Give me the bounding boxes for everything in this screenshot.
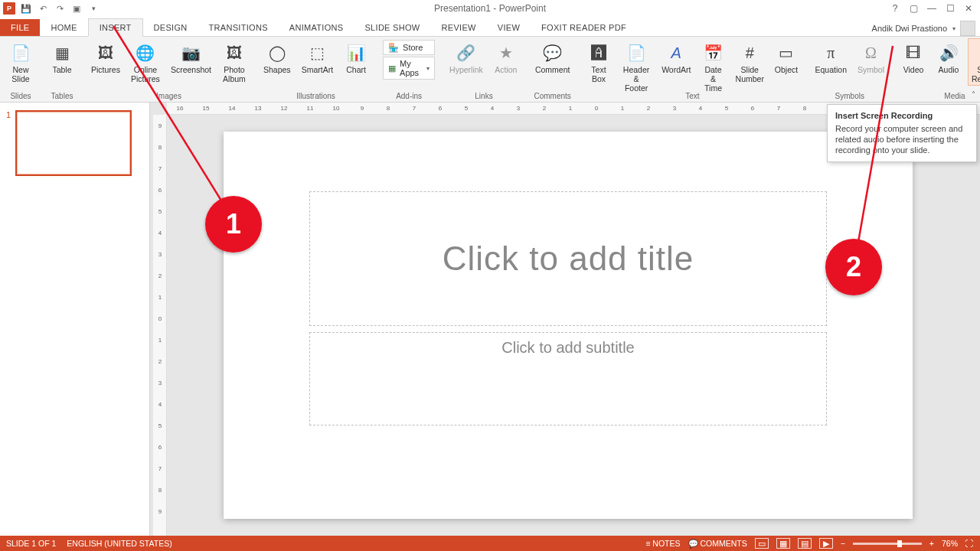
- quick-access-toolbar: P 💾 ↶ ↷ ▣ ▾: [0, 2, 100, 15]
- ribbon-tabs: FILE HOME INSERT DESIGN TRANSITIONS ANIM…: [0, 17, 980, 37]
- wordart-icon: A: [664, 42, 688, 64]
- group-links: 🔗 Hyperlink ★ Action Links: [441, 37, 527, 102]
- zoom-slider[interactable]: [853, 543, 922, 545]
- save-icon[interactable]: 💾: [20, 2, 32, 15]
- collapse-ribbon-icon[interactable]: ˄: [972, 90, 975, 99]
- screenshot-button[interactable]: 📷 Screenshot: [167, 38, 215, 86]
- action-icon: ★: [494, 42, 518, 64]
- photo-album-button[interactable]: 🖼 Photo Album: [218, 38, 250, 86]
- online-pictures-button[interactable]: 🌐 Online Pictures: [127, 38, 164, 86]
- equation-label: Equation: [815, 65, 847, 83]
- group-images-label: Images: [87, 91, 250, 102]
- my-apps-icon: ▦: [388, 63, 396, 73]
- header-footer-button[interactable]: 📄 Header & Footer: [618, 38, 655, 86]
- pictures-button[interactable]: 🖼 Pictures: [87, 38, 124, 86]
- ribbon-options-icon[interactable]: ▢: [908, 3, 919, 14]
- subtitle-placeholder[interactable]: Click to add subtitle: [309, 332, 827, 425]
- tab-file[interactable]: FILE: [0, 19, 40, 36]
- symbol-button[interactable]: Ω Symbol: [854, 38, 888, 86]
- video-button[interactable]: 🎞 Video: [897, 38, 929, 86]
- pictures-label: Pictures: [91, 65, 120, 83]
- hyperlink-label: Hyperlink: [449, 65, 483, 83]
- tab-foxit[interactable]: FOXIT READER PDF: [531, 19, 637, 36]
- slide[interactable]: Click to add title Click to add subtitle: [224, 132, 913, 519]
- close-icon[interactable]: ✕: [963, 3, 974, 14]
- tab-home[interactable]: HOME: [40, 19, 87, 36]
- tab-animations[interactable]: ANIMATIONS: [279, 19, 354, 36]
- sorter-view-icon[interactable]: ▦: [776, 538, 790, 549]
- title-placeholder-text: Click to add title: [443, 240, 694, 278]
- maximize-icon[interactable]: ☐: [945, 3, 956, 14]
- title-placeholder[interactable]: Click to add title: [309, 191, 827, 326]
- new-slide-button[interactable]: 📄 New Slide: [5, 38, 37, 86]
- tab-review[interactable]: REVIEW: [431, 19, 487, 36]
- group-tables: ▦ Table Tables: [41, 37, 83, 102]
- shapes-icon: ◯: [265, 42, 289, 64]
- online-pictures-icon: 🌐: [133, 42, 158, 64]
- tooltip-body: Record your computer screen and related …: [835, 123, 969, 155]
- date-time-button[interactable]: 📅 Date & Time: [697, 38, 729, 86]
- status-language[interactable]: ENGLISH (UNITED STATES): [67, 539, 172, 548]
- audio-button[interactable]: 🔊 Audio: [933, 38, 965, 86]
- help-icon[interactable]: ?: [890, 3, 900, 14]
- status-slide-counter[interactable]: SLIDE 1 OF 1: [6, 539, 56, 548]
- account-name: Andik Dwi Prastiono: [872, 24, 947, 33]
- tab-view[interactable]: VIEW: [487, 19, 531, 36]
- slideshow-view-icon[interactable]: ▶: [819, 538, 833, 549]
- group-media: 🎞 Video 🔊 Audio ⏺ Screen Recording Media: [893, 37, 980, 102]
- tab-slideshow[interactable]: SLIDE SHOW: [354, 19, 430, 36]
- redo-icon[interactable]: ↷: [54, 2, 66, 15]
- slide-number-label: Slide Number: [736, 65, 764, 83]
- chart-label: Chart: [346, 65, 366, 83]
- slide-canvas-area: Click to add title Click to add subtitle: [167, 115, 980, 536]
- tab-insert[interactable]: INSERT: [88, 18, 143, 37]
- slide-number-button[interactable]: # Slide Number: [732, 38, 767, 86]
- object-button[interactable]: ▭ Object: [770, 38, 802, 86]
- smartart-button[interactable]: ⬚ SmartArt: [298, 38, 337, 86]
- wordart-button[interactable]: A WordArt: [658, 38, 694, 86]
- tab-transitions[interactable]: TRANSITIONS: [198, 19, 279, 36]
- screen-recording-button[interactable]: ⏺ Screen Recording: [968, 38, 980, 86]
- chart-button[interactable]: 📊 Chart: [340, 38, 372, 86]
- minimize-icon[interactable]: —: [926, 3, 937, 14]
- chart-icon: 📊: [344, 42, 368, 64]
- comment-icon: 💬: [541, 42, 565, 64]
- start-from-beginning-icon[interactable]: ▣: [70, 2, 83, 15]
- group-slides-label: Slides: [5, 91, 37, 102]
- text-box-button[interactable]: 🅰 Text Box: [583, 38, 614, 86]
- normal-view-icon[interactable]: ▭: [755, 538, 769, 549]
- store-button[interactable]: 🏪 Store: [383, 40, 435, 55]
- thumbnail-row[interactable]: 1: [6, 110, 143, 176]
- group-illustrations-label: Illustrations: [260, 91, 372, 102]
- zoom-percent[interactable]: 76%: [942, 539, 958, 548]
- my-apps-label: My Apps: [400, 59, 422, 77]
- comment-button[interactable]: 💬 Comment: [531, 38, 574, 86]
- group-illustrations: ◯ Shapes ⬚ SmartArt 📊 Chart Illustration…: [255, 37, 377, 102]
- shapes-button[interactable]: ◯ Shapes: [260, 38, 295, 86]
- fit-to-window-icon[interactable]: ⛶: [965, 539, 974, 548]
- action-button[interactable]: ★ Action: [490, 38, 522, 86]
- window-title: Presentation1 - PowerPoint: [0, 3, 980, 14]
- undo-icon[interactable]: ↶: [37, 2, 49, 15]
- status-notes[interactable]: ≡ NOTES: [645, 539, 680, 548]
- hyperlink-button[interactable]: 🔗 Hyperlink: [446, 38, 487, 86]
- store-label: Store: [403, 43, 423, 52]
- store-icon: 🏪: [388, 42, 399, 53]
- slide-thumbnail[interactable]: [15, 110, 132, 176]
- my-apps-button[interactable]: ▦ My Apps ▾: [383, 57, 435, 80]
- subtitle-placeholder-text: Click to add subtitle: [501, 339, 634, 356]
- zoom-out-icon[interactable]: −: [841, 539, 845, 548]
- tab-design[interactable]: DESIGN: [143, 19, 198, 36]
- date-time-label: Date & Time: [701, 65, 725, 83]
- account-area[interactable]: Andik Dwi Prastiono ▾: [872, 21, 980, 36]
- reading-view-icon[interactable]: ▤: [798, 538, 812, 549]
- smartart-label: SmartArt: [302, 65, 333, 83]
- status-comments[interactable]: 💬 COMMENTS: [688, 539, 747, 549]
- table-button[interactable]: ▦ Table: [46, 38, 78, 86]
- avatar[interactable]: [960, 21, 975, 36]
- qat-dropdown-icon[interactable]: ▾: [87, 2, 100, 15]
- equation-button[interactable]: π Equation: [812, 38, 851, 86]
- zoom-in-icon[interactable]: +: [929, 539, 934, 548]
- table-icon: ▦: [50, 42, 74, 64]
- screenshot-icon: 📷: [178, 42, 203, 64]
